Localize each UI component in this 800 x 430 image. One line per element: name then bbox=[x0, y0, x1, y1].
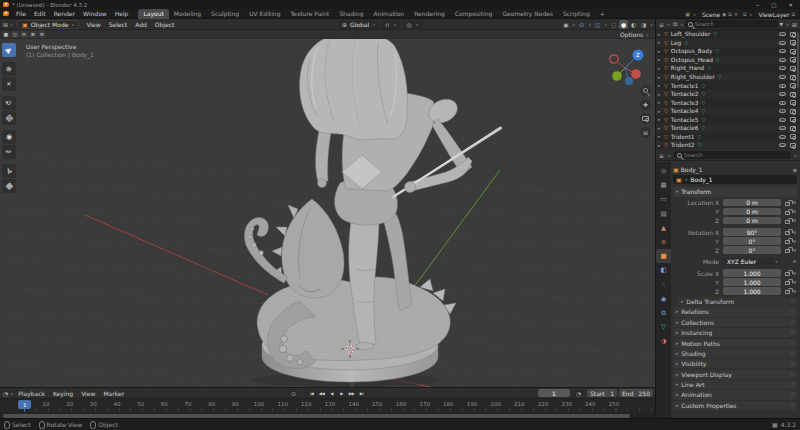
play-button[interactable]: ▶ bbox=[337, 389, 346, 398]
close-button[interactable]: ✕ bbox=[788, 2, 793, 8]
render-visibility-toggle[interactable] bbox=[790, 57, 797, 62]
hide-eye-toggle[interactable] bbox=[779, 84, 786, 88]
chevron-down-icon[interactable]: ∨ bbox=[603, 22, 608, 27]
render-visibility-toggle[interactable] bbox=[790, 40, 797, 45]
timeline-menu-item[interactable]: Marker bbox=[99, 390, 128, 397]
unlink-scene-icon[interactable]: ✕ bbox=[734, 11, 738, 17]
workspace-tab[interactable]: Modeling bbox=[169, 9, 206, 19]
hide-eye-toggle[interactable] bbox=[779, 126, 786, 130]
pin-icon[interactable]: ◆ bbox=[722, 11, 726, 17]
properties-editor-icon[interactable]: ≡ bbox=[658, 152, 665, 159]
collapsed-section-header[interactable]: ▸ Collections ≡ bbox=[673, 318, 797, 327]
render-visibility-toggle[interactable] bbox=[790, 109, 797, 114]
viewport-menu-item[interactable]: View bbox=[82, 21, 104, 28]
value-field[interactable]: 1.000 ∨ bbox=[723, 287, 781, 295]
expand-icon[interactable]: ▸ bbox=[658, 134, 663, 139]
maximize-button[interactable]: □ bbox=[771, 2, 776, 8]
play-reverse-button[interactable]: ◀ bbox=[327, 389, 336, 398]
hide-eye-toggle[interactable] bbox=[779, 58, 786, 62]
scene-dropdown-icon[interactable]: ∨ bbox=[692, 12, 697, 17]
workspace-tab[interactable]: Texture Paint bbox=[285, 9, 334, 19]
timeline-menu-item[interactable]: Playback bbox=[14, 390, 49, 397]
outliner-row[interactable]: ▸ ▽ Leg ▽ bbox=[656, 39, 800, 48]
tab-physics[interactable]: ◉ bbox=[656, 292, 671, 306]
expand-icon[interactable]: ▸ bbox=[658, 75, 663, 80]
tool-measure[interactable]: ∡ bbox=[2, 164, 16, 178]
hide-eye-toggle[interactable] bbox=[779, 143, 786, 147]
tab-tool[interactable]: ◎ bbox=[656, 164, 671, 178]
render-visibility-toggle[interactable] bbox=[790, 100, 797, 105]
tab-output[interactable]: ▭ bbox=[656, 192, 671, 206]
tab-object-data[interactable]: ▽ bbox=[656, 320, 671, 334]
editor-type-icon[interactable]: ⊞ bbox=[2, 21, 9, 28]
jump-to-start-button[interactable]: |◀ bbox=[307, 389, 316, 398]
expand-icon[interactable]: ▸ bbox=[658, 117, 663, 122]
animate-dot[interactable] bbox=[793, 290, 796, 293]
lock-icon[interactable] bbox=[785, 240, 790, 244]
workspace-tab[interactable]: Rendering bbox=[409, 9, 450, 19]
new-collection-icon[interactable]: ⊞ bbox=[791, 21, 798, 28]
timeline-scrollbar-thumb[interactable] bbox=[3, 414, 630, 418]
outliner-row[interactable]: ▸ ▽ Tentacle5 ▽ bbox=[656, 115, 800, 124]
hide-eye-toggle[interactable] bbox=[779, 41, 786, 45]
transform-orientation-selector[interactable]: ⊕ Global ∨ bbox=[338, 20, 379, 29]
blender-menu-icon[interactable] bbox=[3, 11, 9, 16]
minimize-button[interactable]: ─ bbox=[756, 2, 759, 8]
tool-annotate[interactable]: ✎ bbox=[2, 145, 16, 159]
hide-eye-toggle[interactable] bbox=[779, 32, 786, 36]
gizmo-y-axis[interactable] bbox=[612, 71, 622, 81]
select-mode-subtract[interactable]: ⊟ bbox=[20, 31, 28, 38]
properties-options-icon[interactable]: ∨ bbox=[793, 153, 798, 158]
select-mode-extend[interactable]: ◫ bbox=[11, 31, 19, 38]
menu-item[interactable]: Window bbox=[79, 10, 111, 17]
playhead[interactable]: 1 bbox=[18, 400, 31, 409]
camera-view-button[interactable] bbox=[640, 113, 651, 124]
auto-keying-toggle[interactable]: ⊙ bbox=[288, 389, 299, 398]
chevron-down-icon[interactable]: ∨ bbox=[649, 22, 654, 27]
prev-keyframe-button[interactable]: ◀◀ bbox=[317, 389, 326, 398]
select-mode-set[interactable]: ■ bbox=[2, 31, 10, 38]
animate-dot[interactable] bbox=[793, 219, 796, 222]
animate-dot[interactable] bbox=[793, 281, 796, 284]
hide-eye-toggle[interactable] bbox=[779, 109, 786, 113]
viewport-menu-item[interactable]: Add bbox=[131, 21, 151, 28]
workspace-tab[interactable]: Shading bbox=[334, 9, 368, 19]
gizmo-x-axis[interactable] bbox=[631, 69, 641, 79]
workspace-tab[interactable]: + bbox=[595, 9, 610, 19]
outliner-row[interactable]: ▸ ▽ Tentacle1 ▽ bbox=[656, 81, 800, 90]
value-field[interactable]: 0° ∨ bbox=[723, 246, 781, 254]
collapsed-section-header[interactable]: ▸ Viewport Display ≡ bbox=[673, 370, 797, 379]
workspace-tab[interactable]: Animation bbox=[369, 9, 410, 19]
keying-set-icon[interactable]: ◔ bbox=[573, 389, 584, 397]
pin-id-icon[interactable]: ◆ bbox=[792, 166, 797, 173]
animate-dot[interactable] bbox=[793, 249, 796, 252]
expand-icon[interactable]: ▸ bbox=[658, 49, 663, 54]
workspace-tab[interactable]: Layout bbox=[138, 9, 168, 19]
chevron-down-icon[interactable]: ∨ bbox=[667, 153, 672, 158]
shading-solid-button[interactable]: ● bbox=[619, 20, 628, 29]
tool-add-cube[interactable]: ▦ bbox=[2, 179, 16, 193]
collapsed-section-header[interactable]: ▸ Line Art ≡ bbox=[673, 380, 797, 389]
render-visibility-toggle[interactable] bbox=[790, 75, 797, 80]
animate-dot[interactable] bbox=[793, 260, 796, 263]
value-field[interactable]: 1.000 ∨ bbox=[723, 278, 781, 286]
value-field[interactable]: 0 m ∨ bbox=[723, 217, 781, 225]
outliner-search-input[interactable] bbox=[695, 21, 775, 27]
menu-item[interactable]: Edit bbox=[30, 10, 50, 17]
hide-eye-toggle[interactable] bbox=[779, 118, 786, 122]
render-visibility-toggle[interactable] bbox=[790, 49, 797, 54]
timeline-ruler[interactable]: 1 10203040506070809010011012013014015016… bbox=[0, 399, 656, 412]
render-visibility-toggle[interactable] bbox=[790, 32, 797, 37]
select-mode-intersect[interactable]: ⊞ bbox=[38, 31, 46, 38]
chevron-down-icon[interactable]: ∨ bbox=[666, 22, 671, 27]
shading-material-button[interactable]: ◐ bbox=[629, 20, 638, 29]
select-mode-invert[interactable]: ⊠ bbox=[29, 31, 37, 38]
proportional-editing-toggle[interactable]: ◎ ∨ bbox=[402, 20, 422, 29]
collapsed-section-header[interactable]: ▸ Visibility ≡ bbox=[673, 359, 797, 368]
render-visibility-toggle[interactable] bbox=[790, 126, 797, 131]
outliner-row[interactable]: ▸ ▽ Tentacle2 ▽ bbox=[656, 90, 800, 99]
value-field[interactable]: 0 m ∨ bbox=[723, 199, 781, 207]
shading-wireframe-button[interactable]: ◌ bbox=[609, 20, 618, 29]
hide-eye-toggle[interactable] bbox=[779, 92, 786, 96]
expand-icon[interactable]: ▸ bbox=[658, 143, 663, 148]
